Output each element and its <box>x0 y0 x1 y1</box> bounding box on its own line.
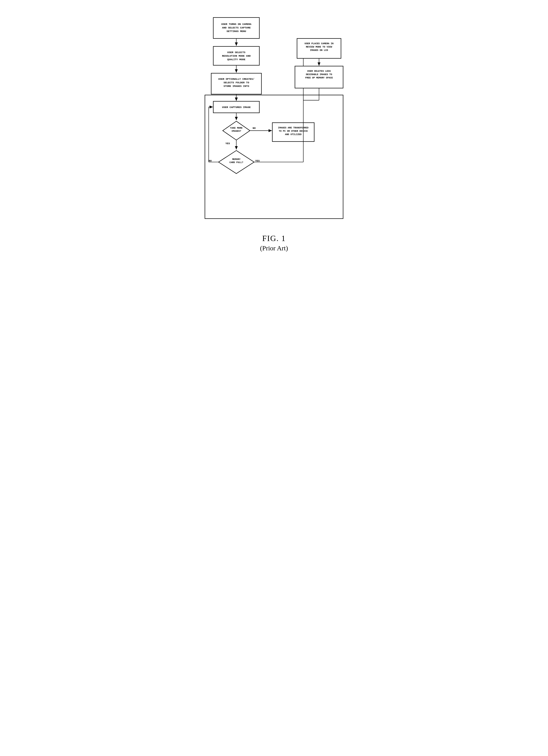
svg-text:SETTINGS MENU: SETTINGS MENU <box>227 30 246 33</box>
fig-subtitle: (Prior Art) <box>201 244 347 252</box>
svg-text:USER CAPTURES IMAGE: USER CAPTURES IMAGE <box>222 106 251 109</box>
flowchart-area: USER TURNS ON CAMERA AND SELECTS CAPTURE… <box>201 13 347 227</box>
svg-text:USER TURNS ON CAMERA: USER TURNS ON CAMERA <box>221 23 252 26</box>
svg-text:STORE IMAGES INTO: STORE IMAGES INTO <box>224 85 249 88</box>
page-container: USER TURNS ON CAMERA AND SELECTS CAPTURE… <box>192 4 356 265</box>
svg-text:CARD FULL?: CARD FULL? <box>230 161 243 164</box>
figure-caption: FIG. 1 (Prior Art) <box>201 234 347 252</box>
svg-text:USER OPTIONALLY CREATES/: USER OPTIONALLY CREATES/ <box>218 78 255 80</box>
svg-text:IMAGES ON LCD: IMAGES ON LCD <box>310 49 328 52</box>
svg-text:IMAGES ARE TRANSFERRED: IMAGES ARE TRANSFERRED <box>278 126 308 129</box>
svg-text:YES: YES <box>226 142 230 145</box>
svg-text:MEMORY: MEMORY <box>232 158 241 161</box>
fig-title: FIG. 1 <box>201 234 347 243</box>
svg-text:AND UTILIZED: AND UTILIZED <box>285 133 301 136</box>
svg-text:NO: NO <box>209 160 212 162</box>
svg-text:RESOLUTION MODE AND: RESOLUTION MODE AND <box>222 55 251 57</box>
svg-text:USER DELETES LESS: USER DELETES LESS <box>307 70 331 72</box>
svg-text:TAKE MORE: TAKE MORE <box>230 127 243 129</box>
svg-text:USER PLACES CAMERA IN: USER PLACES CAMERA IN <box>304 42 333 45</box>
svg-text:AND SELECTS CAPTURE: AND SELECTS CAPTURE <box>222 26 251 29</box>
svg-text:QUALITY MODE: QUALITY MODE <box>228 58 246 61</box>
svg-text:USER SELECTS: USER SELECTS <box>228 51 246 54</box>
svg-text:NO: NO <box>253 127 256 130</box>
flowchart-svg: USER TURNS ON CAMERA AND SELECTS CAPTURE… <box>201 13 347 227</box>
svg-text:FREE UP MEMORY SPACE: FREE UP MEMORY SPACE <box>305 76 333 79</box>
svg-rect-15 <box>205 95 343 219</box>
svg-rect-42 <box>297 38 341 58</box>
svg-text:YES: YES <box>255 160 260 162</box>
svg-text:DESIRABLE IMAGES TO: DESIRABLE IMAGES TO <box>306 73 332 76</box>
svg-text:IMAGES?: IMAGES? <box>232 130 242 132</box>
svg-text:REVIEW MODE TO VIEW: REVIEW MODE TO VIEW <box>306 46 332 48</box>
svg-text:SELECTS FOLDER TO: SELECTS FOLDER TO <box>224 81 249 84</box>
